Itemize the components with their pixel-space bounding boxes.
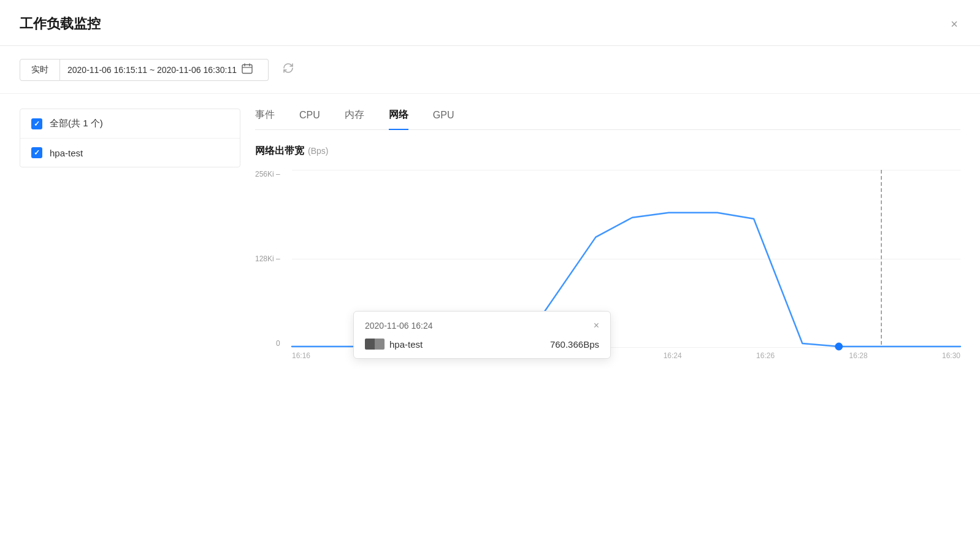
modal-title: 工作负载监控: [20, 15, 101, 33]
sidebar-item-all-label: 全部(共 1 个): [50, 118, 103, 129]
realtime-button[interactable]: 实时: [20, 59, 60, 81]
chart-wrapper: 256Ki – 128Ki – 0: [292, 170, 960, 366]
x-label-8: 16:30: [942, 351, 960, 360]
tooltip-legend: hpa-test: [365, 339, 423, 350]
sidebar-item-hpa-test-label: hpa-test: [50, 148, 83, 158]
tab-network[interactable]: 网络: [389, 109, 408, 130]
time-range-text: 2020-11-06 16:15:11 ~ 2020-11-06 16:30:1…: [67, 65, 237, 75]
tab-events[interactable]: 事件: [255, 109, 275, 130]
tabs: 事件 CPU 内存 网络 GPU: [255, 109, 960, 130]
tooltip: 2020-11-06 16:24 × hpa-test 760.366Bps: [353, 311, 611, 359]
tab-gpu[interactable]: GPU: [433, 110, 454, 129]
tooltip-close-button[interactable]: ×: [594, 320, 599, 331]
content-area: 全部(共 1 个) hpa-test 事件 CPU 内存 网络 GPU 网络出带…: [0, 94, 980, 381]
y-label-128: 128Ki –: [255, 255, 280, 263]
data-point: [835, 343, 843, 350]
chart-title: 网络出带宽(Bps): [255, 145, 960, 158]
chart-area: 2020-11-06 16:24 × hpa-test 760.366Bps: [292, 170, 960, 348]
checkbox-all[interactable]: [31, 118, 42, 129]
refresh-button[interactable]: [278, 58, 298, 81]
close-button[interactable]: ×: [948, 15, 960, 33]
checkbox-hpa-test[interactable]: [31, 147, 42, 158]
tooltip-header: 2020-11-06 16:24 ×: [365, 320, 599, 331]
y-label-0: 0: [276, 339, 280, 348]
toolbar: 实时 2020-11-06 16:15:11 ~ 2020-11-06 16:3…: [0, 46, 980, 94]
tooltip-time: 2020-11-06 16:24: [365, 321, 433, 331]
legend-icon: [365, 339, 385, 350]
x-label-5: 16:24: [664, 351, 682, 360]
time-range-input[interactable]: 2020-11-06 16:15:11 ~ 2020-11-06 16:30:1…: [60, 59, 269, 81]
modal-header: 工作负载监控 ×: [0, 0, 980, 46]
tab-memory[interactable]: 内存: [345, 109, 364, 130]
x-label-1: 16:16: [292, 351, 310, 360]
tooltip-series-value: 760.366Bps: [550, 339, 599, 350]
x-label-6: 16:26: [756, 351, 775, 360]
sidebar: 全部(共 1 个) hpa-test: [20, 109, 240, 167]
sidebar-item-hpa-test[interactable]: hpa-test: [20, 139, 240, 167]
calendar-icon: [242, 63, 253, 77]
main-panel: 事件 CPU 内存 网络 GPU 网络出带宽(Bps) 256Ki – 128K…: [255, 109, 960, 366]
modal-container: 工作负载监控 × 实时 2020-11-06 16:15:11 ~ 2020-1…: [0, 0, 980, 536]
tooltip-series-name: hpa-test: [389, 339, 423, 350]
x-label-7: 16:28: [849, 351, 868, 360]
tab-cpu[interactable]: CPU: [299, 110, 320, 129]
sidebar-item-all[interactable]: 全部(共 1 个): [20, 109, 240, 139]
tooltip-row: hpa-test 760.366Bps: [365, 339, 599, 350]
y-label-256: 256Ki –: [255, 170, 280, 178]
y-axis: 256Ki – 128Ki – 0: [255, 170, 285, 348]
svg-rect-0: [242, 64, 252, 73]
